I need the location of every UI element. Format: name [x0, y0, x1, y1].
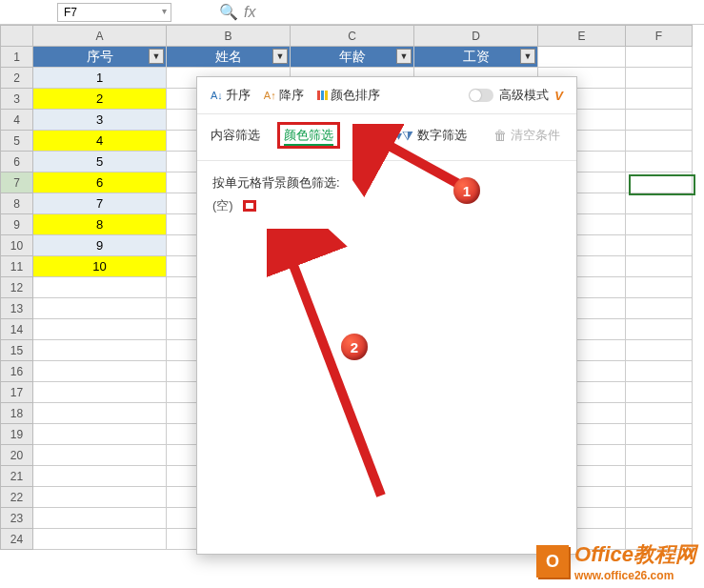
row-header[interactable]: 21 — [1, 466, 33, 487]
cell[interactable] — [626, 319, 693, 340]
cell[interactable] — [626, 47, 693, 68]
cell[interactable] — [33, 529, 167, 550]
advanced-mode-toggle[interactable] — [469, 89, 493, 102]
cell[interactable] — [626, 508, 693, 529]
filter-dropdown-icon[interactable]: ▼ — [149, 49, 164, 64]
cell[interactable] — [626, 256, 693, 277]
cell[interactable]: 6 — [33, 172, 167, 193]
cell[interactable]: 3 — [33, 110, 167, 131]
cell[interactable] — [626, 445, 693, 466]
tab-color-filter[interactable]: 颜色筛选 — [284, 128, 333, 146]
row-header[interactable]: 24 — [1, 529, 33, 550]
row-header[interactable]: 14 — [1, 319, 33, 340]
row-header[interactable]: 23 — [1, 508, 33, 529]
cell[interactable] — [626, 403, 693, 424]
name-box[interactable]: F7 — [57, 3, 171, 22]
color-sort-icon — [317, 91, 328, 100]
cell[interactable] — [33, 466, 167, 487]
cell[interactable] — [626, 298, 693, 319]
row-header[interactable]: 19 — [1, 424, 33, 445]
cell[interactable] — [33, 508, 167, 529]
cell[interactable] — [626, 152, 693, 172]
row-header[interactable]: 22 — [1, 487, 33, 508]
sort-ascending-button[interactable]: A↓ 升序 — [211, 87, 251, 104]
cell[interactable] — [33, 382, 167, 403]
table-header-serial[interactable]: 序号▼ — [33, 47, 167, 68]
table-header-salary[interactable]: 工资▼ — [414, 47, 538, 68]
row-header[interactable]: 9 — [1, 214, 33, 235]
sort-descending-button[interactable]: A↑ 降序 — [264, 87, 304, 104]
row-header[interactable]: 4 — [1, 110, 33, 131]
cell[interactable]: 1 — [33, 68, 167, 89]
filter-dropdown-icon[interactable]: ▼ — [396, 49, 412, 64]
cell[interactable] — [626, 424, 693, 445]
col-header-B[interactable]: B — [167, 26, 291, 47]
clear-conditions-button[interactable]: 🗑 清空条件 — [493, 127, 560, 144]
filter-dropdown-icon[interactable]: ▼ — [520, 49, 535, 64]
tab-content-filter[interactable]: 内容筛选 — [211, 127, 260, 144]
color-sort-button[interactable]: 颜色排序 — [317, 87, 380, 104]
table-header-name[interactable]: 姓名▼ — [167, 47, 291, 68]
row-header[interactable]: 6 — [1, 152, 33, 172]
cell[interactable] — [626, 214, 693, 235]
cell[interactable]: 2 — [33, 89, 167, 110]
cell[interactable] — [33, 277, 167, 298]
col-header-A[interactable]: A — [33, 26, 167, 47]
cell[interactable]: 5 — [33, 152, 167, 172]
cell[interactable] — [33, 340, 167, 361]
color-option-empty[interactable]: (空) — [212, 197, 233, 214]
cell[interactable] — [626, 89, 693, 110]
cell[interactable] — [538, 47, 626, 68]
row-header[interactable]: 2 — [1, 68, 33, 89]
cell[interactable] — [33, 319, 167, 340]
cell[interactable] — [33, 298, 167, 319]
filter-dropdown-icon[interactable]: ▼ — [272, 49, 288, 64]
row-header[interactable]: 15 — [1, 340, 33, 361]
fx-icon[interactable]: fx — [244, 4, 255, 21]
row-header[interactable]: 18 — [1, 403, 33, 424]
cell[interactable] — [626, 340, 693, 361]
search-icon[interactable]: 🔍 — [219, 3, 238, 21]
row-header[interactable]: 5 — [1, 131, 33, 152]
cell[interactable] — [33, 424, 167, 445]
cell[interactable] — [626, 131, 693, 152]
cell[interactable] — [626, 361, 693, 382]
cell[interactable] — [626, 193, 693, 214]
row-header[interactable]: 16 — [1, 361, 33, 382]
cell[interactable]: 8 — [33, 214, 167, 235]
col-header-C[interactable]: C — [291, 26, 414, 47]
cell[interactable] — [626, 466, 693, 487]
row-header[interactable]: 20 — [1, 445, 33, 466]
cell[interactable]: 4 — [33, 131, 167, 152]
cell[interactable] — [626, 68, 693, 89]
row-header[interactable]: 13 — [1, 298, 33, 319]
cell[interactable] — [626, 235, 693, 256]
select-all-corner[interactable] — [1, 26, 33, 47]
row-header[interactable]: 8 — [1, 193, 33, 214]
row-header[interactable]: 17 — [1, 382, 33, 403]
row-header[interactable]: 1 — [1, 47, 33, 68]
row-header[interactable]: 3 — [1, 89, 33, 110]
cell[interactable] — [33, 403, 167, 424]
col-header-D[interactable]: D — [414, 26, 538, 47]
cell[interactable] — [626, 382, 693, 403]
label: 升序 — [226, 87, 251, 104]
watermark-logo-icon: O — [536, 545, 569, 578]
cell[interactable] — [626, 110, 693, 131]
cell[interactable]: 10 — [33, 256, 167, 277]
cell[interactable] — [626, 172, 693, 193]
cell[interactable] — [33, 361, 167, 382]
cell[interactable] — [626, 487, 693, 508]
cell[interactable]: 7 — [33, 193, 167, 214]
table-header-age[interactable]: 年龄▼ — [291, 47, 414, 68]
row-header-selected[interactable]: 7 — [1, 172, 33, 193]
col-header-E[interactable]: E — [538, 26, 626, 47]
cell[interactable] — [626, 277, 693, 298]
cell[interactable]: 9 — [33, 235, 167, 256]
row-header[interactable]: 10 — [1, 235, 33, 256]
col-header-F[interactable]: F — [626, 26, 693, 47]
cell[interactable] — [33, 445, 167, 466]
row-header[interactable]: 11 — [1, 256, 33, 277]
row-header[interactable]: 12 — [1, 277, 33, 298]
cell[interactable] — [33, 487, 167, 508]
